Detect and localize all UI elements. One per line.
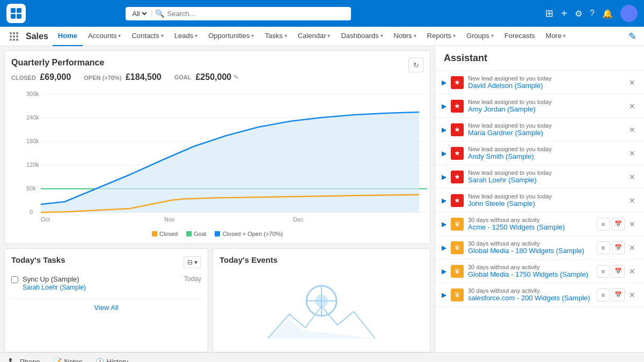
ai-chevron-icon-8[interactable]: ▶ (442, 268, 447, 275)
setup-icon-button[interactable]: ⚙ (575, 9, 582, 19)
legend-closed-open-dot (215, 231, 220, 237)
ai-close-btn-8[interactable]: ✕ (627, 266, 638, 277)
nav-apps-icon[interactable] (5, 28, 23, 45)
ai-chevron-icon-0[interactable]: ▶ (442, 79, 447, 86)
nav-item-contacts[interactable]: Contacts ▾ (126, 27, 169, 46)
ai-log-btn-7[interactable]: ≡ (597, 241, 610, 254)
ai-subtitle-1: New lead assigned to you today (468, 99, 623, 105)
ai-chevron-icon-2[interactable]: ▶ (442, 126, 447, 134)
svg-text:300k: 300k (26, 91, 39, 97)
ai-close-btn-4[interactable]: ✕ (627, 172, 638, 182)
ai-link-6[interactable]: Acme - 1250 Widgets (Sample) (468, 223, 565, 231)
ai-log-btn-9[interactable]: ≡ (597, 289, 610, 301)
assistant-item-5: ▶ ★ New lead assigned to you today John … (435, 189, 644, 212)
view-all-tasks-link[interactable]: View All (11, 299, 201, 312)
app-logo[interactable] (6, 4, 26, 23)
sort-chevron-icon: ▾ (194, 258, 197, 266)
ai-link-1[interactable]: Amy Jordan (Sample) (468, 105, 536, 113)
nav-item-groups[interactable]: Groups ▾ (461, 27, 499, 46)
performance-chart: 300k 240k 180k 120k 60k 0 (11, 86, 430, 226)
nav-item-accounts[interactable]: Accounts ▾ (83, 27, 126, 46)
ai-link-2[interactable]: Maria Gardner (Sample) (468, 129, 543, 137)
assistant-item-3: ▶ ★ New lead assigned to you today Andy … (435, 142, 644, 165)
avatar[interactable] (620, 5, 638, 22)
ai-chevron-icon-5[interactable]: ▶ (442, 197, 447, 204)
phone-label: Phone (20, 358, 40, 362)
svg-rect-11 (13, 39, 15, 41)
svg-rect-5 (13, 32, 15, 34)
tasks-filter-button[interactable]: ⊟ ▾ (184, 256, 201, 268)
ai-chevron-icon-6[interactable]: ▶ (442, 220, 447, 228)
goal-edit-icon[interactable]: ✎ (233, 73, 239, 81)
ai-actions-7: ≡ 📅 ✕ (597, 241, 638, 254)
nav-item-opportunities[interactable]: Opportunities ▾ (203, 27, 259, 46)
ai-close-btn-7[interactable]: ✕ (627, 242, 638, 253)
ai-chevron-icon-4[interactable]: ▶ (442, 173, 447, 181)
ai-event-btn-8[interactable]: 📅 (612, 265, 625, 278)
ai-content-3: New lead assigned to you today Andy Smit… (468, 146, 623, 160)
ai-event-btn-6[interactable]: 📅 (612, 218, 625, 231)
chart-refresh-button[interactable]: ↻ (408, 57, 423, 72)
ai-star-icon-5: ★ (451, 194, 464, 207)
ai-link-8[interactable]: Global Media - 1750 Widgets (Sample) (468, 270, 588, 278)
ai-close-btn-9[interactable]: ✕ (627, 290, 638, 300)
ai-link-9[interactable]: salesforce.com - 200 Widgets (Sample) (468, 294, 590, 302)
ai-subtitle-2: New lead assigned to you today (468, 122, 623, 129)
ai-star-icon-4: ★ (451, 171, 464, 183)
ai-event-btn-7[interactable]: 📅 (612, 241, 625, 254)
ai-link-3[interactable]: Andy Smith (Sample) (468, 152, 534, 160)
ai-close-btn-5[interactable]: ✕ (627, 195, 638, 206)
add-button[interactable]: + (561, 8, 567, 20)
ai-crown-icon-7: ♛ (451, 241, 464, 254)
notifications-button[interactable]: 🔔 (602, 9, 613, 19)
assistant-item-1: ▶ ★ New lead assigned to you today Amy J… (435, 94, 644, 118)
assistant-item-6: ▶ ♛ 30 days without any activity Acme - … (435, 212, 644, 236)
ai-link-4[interactable]: Sarah Loehr (Sample) (468, 176, 537, 184)
ai-actions-6: ≡ 📅 ✕ (597, 218, 638, 231)
nav-item-tasks[interactable]: Tasks ▾ (259, 27, 292, 46)
nav-edit-icon[interactable]: ✎ (628, 31, 639, 42)
nav-item-notes[interactable]: Notes ▾ (389, 27, 422, 46)
ai-link-0[interactable]: David Adelson (Sample) (468, 82, 543, 90)
ai-log-btn-8[interactable]: ≡ (597, 265, 610, 278)
ai-link-7[interactable]: Global Media - 180 Widgets (Sample) (468, 247, 584, 255)
nav-item-leads[interactable]: Leads ▾ (169, 27, 203, 46)
ai-chevron-icon-1[interactable]: ▶ (442, 102, 447, 110)
task-checkbox[interactable] (11, 276, 18, 283)
assistant-header: Assistant (435, 46, 644, 71)
bottom-bar-phone[interactable]: 📞 Phone (9, 358, 40, 362)
ai-close-btn-2[interactable]: ✕ (627, 124, 638, 135)
ai-chevron-icon-7[interactable]: ▶ (442, 244, 447, 252)
nav-item-reports[interactable]: Reports ▾ (422, 27, 462, 46)
svg-rect-2 (11, 14, 16, 19)
ai-close-btn-3[interactable]: ✕ (627, 148, 638, 159)
search-scope-select[interactable]: All (130, 9, 149, 18)
ai-chevron-icon-3[interactable]: ▶ (442, 150, 447, 157)
nav-item-forecasts[interactable]: Forecasts (499, 27, 540, 46)
ai-event-btn-9[interactable]: 📅 (612, 289, 625, 301)
ai-link-5[interactable]: John Steele (Sample) (468, 200, 535, 208)
search-input[interactable] (164, 10, 347, 18)
ai-chevron-icon-9[interactable]: ▶ (442, 291, 447, 299)
ai-content-5: New lead assigned to you today John Stee… (468, 193, 623, 208)
reports-chevron: ▾ (453, 33, 456, 39)
nav-item-more[interactable]: More ▾ (540, 27, 572, 46)
apps-grid-button[interactable]: ⊞ (545, 8, 553, 19)
svg-text:240k: 240k (26, 114, 39, 121)
task-person-link[interactable]: Sarah Loehr (Sample) (23, 284, 86, 291)
notes-chevron: ▾ (414, 33, 416, 39)
ai-close-btn-1[interactable]: ✕ (627, 101, 638, 112)
calendar-chevron: ▾ (327, 33, 330, 39)
ai-close-btn-6[interactable]: ✕ (627, 219, 638, 230)
ai-close-btn-0[interactable]: ✕ (627, 77, 638, 88)
help-button[interactable]: ? (590, 9, 595, 18)
bottom-bar-history[interactable]: 🕐 History (96, 358, 128, 362)
svg-rect-10 (10, 39, 12, 41)
nav-item-calendar[interactable]: Calendar ▾ (292, 27, 336, 46)
nav-item-dashboards[interactable]: Dashboards ▾ (335, 27, 388, 46)
nav-item-home[interactable]: Home (53, 27, 83, 46)
tasks-title: Today's Tasks (11, 255, 65, 264)
ai-log-btn-6[interactable]: ≡ (597, 218, 610, 231)
search-icon: 🔍 (155, 9, 164, 18)
bottom-bar-notes[interactable]: 📝 Notes (53, 358, 83, 362)
